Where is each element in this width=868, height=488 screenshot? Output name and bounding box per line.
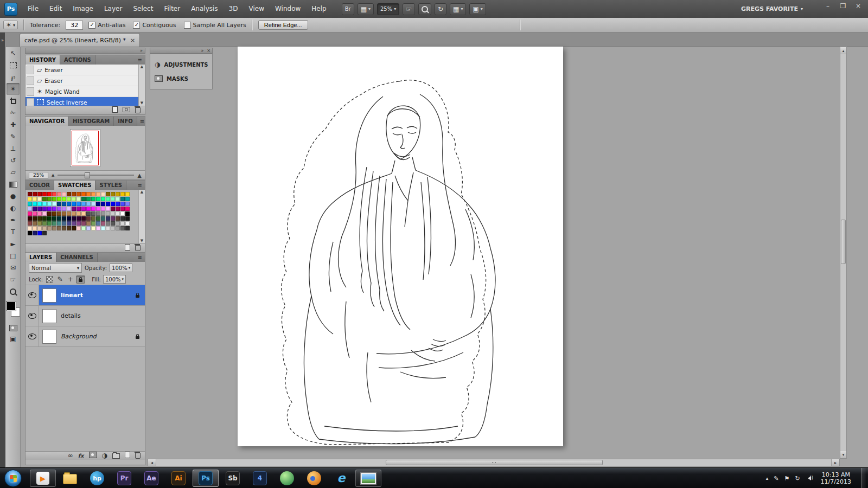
swatch[interactable] <box>67 226 71 230</box>
swatch[interactable] <box>125 211 130 216</box>
swatch[interactable] <box>86 202 91 206</box>
menu-window[interactable]: Window <box>270 0 306 18</box>
tab-color[interactable]: COLOR <box>25 181 54 190</box>
swatch[interactable] <box>62 221 66 226</box>
navigator-zoom-slider[interactable] <box>58 175 134 176</box>
vertical-scroll-thumb[interactable] <box>841 220 846 264</box>
swatch[interactable] <box>62 211 66 216</box>
visibility-eye-icon[interactable] <box>28 292 36 298</box>
swatch[interactable] <box>37 216 42 221</box>
swatch[interactable] <box>52 197 56 201</box>
layer-row-main[interactable]: lineart <box>39 285 145 305</box>
swatch[interactable] <box>42 192 47 196</box>
scroll-left-icon[interactable]: ◂ <box>148 459 156 466</box>
zoom-tool-button[interactable] <box>418 3 431 15</box>
swatch[interactable] <box>120 216 125 221</box>
link-layers-icon[interactable]: ∞ <box>68 452 73 459</box>
swatch[interactable] <box>72 221 76 226</box>
swatch[interactable] <box>111 216 115 221</box>
swatch[interactable] <box>47 226 52 230</box>
swatch[interactable] <box>28 231 32 235</box>
swatch[interactable] <box>106 216 110 221</box>
swatch[interactable] <box>101 226 105 230</box>
swatch[interactable] <box>72 197 76 201</box>
swatch[interactable] <box>86 207 91 211</box>
vertical-scrollbar[interactable]: ▴ ▾ <box>840 47 847 459</box>
adjustments-panel-button[interactable]: ◑ADJUSTMENTS <box>150 57 212 72</box>
swatch[interactable] <box>76 216 81 221</box>
taskbar-photo-viewer[interactable] <box>355 470 381 487</box>
swatch[interactable] <box>96 211 100 216</box>
tab-channels[interactable]: CHANNELS <box>56 253 98 262</box>
tray-volume-icon[interactable] <box>806 476 811 480</box>
swatch[interactable] <box>47 207 52 211</box>
panel-menu-button[interactable]: ≡ <box>135 181 145 190</box>
visibility-eye-icon[interactable] <box>28 333 36 339</box>
view-extras-button[interactable]: ▦▾ <box>358 3 374 15</box>
crop-tool[interactable] <box>7 95 20 107</box>
swatch[interactable] <box>57 226 61 230</box>
notes-tool[interactable]: ✉ <box>7 262 20 274</box>
panel-menu-button[interactable]: ≡ <box>135 55 145 65</box>
swatch[interactable] <box>67 211 71 216</box>
swatch[interactable] <box>101 207 105 211</box>
gradient-tool[interactable] <box>7 178 20 190</box>
swatch[interactable] <box>96 202 100 206</box>
swatch[interactable] <box>106 226 110 230</box>
minimize-button[interactable]: – <box>820 0 835 12</box>
history-brush-well[interactable] <box>27 76 34 85</box>
swatch[interactable] <box>62 192 66 196</box>
zoom-tool[interactable] <box>7 286 20 298</box>
hand-tool-button[interactable]: ☞ <box>403 3 415 15</box>
swatch[interactable] <box>116 192 120 196</box>
history-brush-well[interactable] <box>27 98 34 106</box>
swatch[interactable] <box>72 202 76 206</box>
zoom-level-dropdown[interactable]: 25%▾ <box>377 3 399 15</box>
swatch[interactable] <box>101 211 105 216</box>
swatch[interactable] <box>76 202 81 206</box>
taskbar-media-player[interactable]: ▶ <box>30 470 56 487</box>
swatch[interactable] <box>96 216 100 221</box>
tab-styles[interactable]: STYLES <box>95 181 126 190</box>
swatch[interactable] <box>47 192 52 196</box>
swatch[interactable] <box>101 221 105 226</box>
swatch[interactable] <box>47 221 52 226</box>
swatch[interactable] <box>37 221 42 226</box>
lock-all-icon[interactable] <box>76 275 85 284</box>
swatch[interactable] <box>37 197 42 201</box>
lock-paint-icon[interactable]: ✎ <box>55 275 65 284</box>
tab-navigator[interactable]: NAVIGATOR <box>25 117 69 126</box>
taskbar-firefox[interactable] <box>301 470 327 487</box>
close-button[interactable]: × <box>851 0 866 12</box>
tab-histogram[interactable]: HISTOGRAM <box>69 117 114 126</box>
swatch[interactable] <box>116 221 120 226</box>
swatch[interactable] <box>101 216 105 221</box>
swatch[interactable] <box>120 207 125 211</box>
swatch[interactable] <box>28 226 32 230</box>
swatch[interactable] <box>91 192 95 196</box>
swatch[interactable] <box>72 207 76 211</box>
lasso-tool[interactable]: ℘ <box>7 71 20 83</box>
swatch[interactable] <box>37 202 42 206</box>
swatch[interactable] <box>33 216 37 221</box>
checkbox-sample-all-layers[interactable]: Sample All Layers <box>184 22 246 29</box>
swatches-scrollbar[interactable]: ▲▼ <box>138 190 145 243</box>
swatch[interactable] <box>101 192 105 196</box>
move-tool[interactable]: ↖ <box>7 47 20 59</box>
swatch[interactable] <box>33 221 37 226</box>
swatch[interactable] <box>120 192 125 196</box>
horizontal-scrollbar[interactable]: ◂ ▸ <box>148 459 840 466</box>
swatch[interactable] <box>116 207 120 211</box>
eye-well[interactable] <box>25 306 39 326</box>
swatch[interactable] <box>67 207 71 211</box>
swatch[interactable] <box>33 211 37 216</box>
swatch[interactable] <box>72 216 76 221</box>
swatch[interactable] <box>52 192 56 196</box>
swatch[interactable] <box>86 197 91 201</box>
history-brush-well[interactable] <box>27 87 34 96</box>
menu-filter[interactable]: Filter <box>158 0 186 18</box>
collapse-to-icons-button[interactable]: » <box>140 48 143 53</box>
pen-tool[interactable]: ✒ <box>7 214 20 226</box>
horizontal-scroll-thumb[interactable] <box>386 460 603 465</box>
history-state-eraser[interactable]: ▱Eraser <box>25 65 145 75</box>
